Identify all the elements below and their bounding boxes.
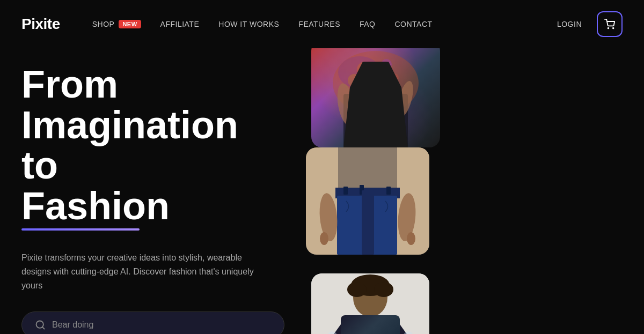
svg-rect-18 <box>337 196 365 255</box>
svg-point-34 <box>343 330 386 334</box>
hero-title-line2: Imagination to <box>21 103 238 187</box>
brand-logo[interactable]: Pixite <box>21 16 60 33</box>
login-link[interactable]: LOGIN <box>557 20 582 28</box>
svg-rect-12 <box>378 110 394 147</box>
hero-title-line1: From <box>21 63 118 106</box>
svg-point-21 <box>318 192 339 242</box>
cart-icon <box>604 19 615 29</box>
svg-rect-25 <box>343 187 348 195</box>
nav-item-faq[interactable]: FAQ <box>360 20 376 28</box>
hero-title-line3: Fashion <box>21 186 170 227</box>
svg-point-24 <box>407 232 415 245</box>
nav-item-features[interactable]: FEATURES <box>298 20 340 28</box>
hero-content: From Imagination to Fashion Pixite trans… <box>0 48 306 334</box>
svg-point-10 <box>390 73 399 82</box>
hero-description: Pixite transforms your creative ideas in… <box>21 251 268 292</box>
svg-point-32 <box>374 282 393 297</box>
svg-point-1 <box>613 28 614 29</box>
nav-item-contact[interactable]: CONTACT <box>395 20 433 28</box>
nav-label-contact: CONTACT <box>395 20 433 28</box>
svg-line-3 <box>42 327 45 329</box>
svg-rect-17 <box>335 188 400 198</box>
svg-point-0 <box>608 28 609 29</box>
hero-images <box>306 48 644 334</box>
fashion-image-2 <box>306 147 429 255</box>
svg-point-8 <box>381 59 392 70</box>
nav-label-affiliate: AFFILIATE <box>160 20 200 28</box>
svg-point-22 <box>396 192 418 242</box>
svg-point-39 <box>400 330 415 334</box>
nav-item-shop[interactable]: SHOP NEW <box>92 20 141 28</box>
nav-item-how-it-works[interactable]: HOW IT WORKS <box>218 20 279 28</box>
svg-point-30 <box>351 274 390 296</box>
svg-rect-11 <box>357 110 373 147</box>
fashion-image-1 <box>311 48 440 147</box>
svg-rect-19 <box>369 196 397 255</box>
svg-point-35 <box>360 326 386 334</box>
svg-point-23 <box>320 232 328 245</box>
fashion-image-3 <box>311 273 429 334</box>
search-bar[interactable]: Bear doing <box>21 311 284 334</box>
svg-rect-28 <box>311 273 429 334</box>
cart-button[interactable] <box>597 11 623 37</box>
svg-point-7 <box>357 62 373 78</box>
fashion-overlay-2 <box>306 147 429 255</box>
nav-label-shop: SHOP <box>92 20 115 28</box>
nav-item-affiliate[interactable]: AFFILIATE <box>160 20 200 28</box>
search-placeholder-text: Bear doing <box>52 320 93 330</box>
fashion-overlay-3 <box>311 273 429 334</box>
svg-rect-26 <box>360 185 364 195</box>
svg-rect-16 <box>338 147 397 190</box>
nav-links: SHOP NEW AFFILIATE HOW IT WORKS FEATURES… <box>92 20 557 28</box>
fashion-overlay-1 <box>311 48 440 147</box>
svg-point-31 <box>347 282 367 297</box>
svg-point-13 <box>334 82 357 127</box>
hero-section: From Imagination to Fashion Pixite trans… <box>0 48 644 334</box>
svg-rect-6 <box>343 94 408 147</box>
search-icon <box>35 320 46 330</box>
nav-label-how-it-works: HOW IT WORKS <box>218 20 279 28</box>
svg-point-29 <box>353 278 387 317</box>
new-badge: NEW <box>119 20 141 28</box>
svg-rect-27 <box>386 187 391 195</box>
nav-right: LOGIN <box>557 11 623 37</box>
svg-point-5 <box>338 56 381 88</box>
hero-title: From Imagination to Fashion <box>21 64 284 226</box>
nav-label-faq: FAQ <box>360 20 376 28</box>
nav-label-features: FEATURES <box>298 20 340 28</box>
svg-point-14 <box>394 79 416 119</box>
svg-rect-33 <box>365 314 376 323</box>
svg-point-4 <box>333 51 419 115</box>
svg-point-9 <box>348 74 361 87</box>
svg-point-38 <box>325 330 340 334</box>
svg-rect-15 <box>306 147 429 255</box>
navbar: Pixite SHOP NEW AFFILIATE HOW IT WORKS F… <box>0 0 644 48</box>
